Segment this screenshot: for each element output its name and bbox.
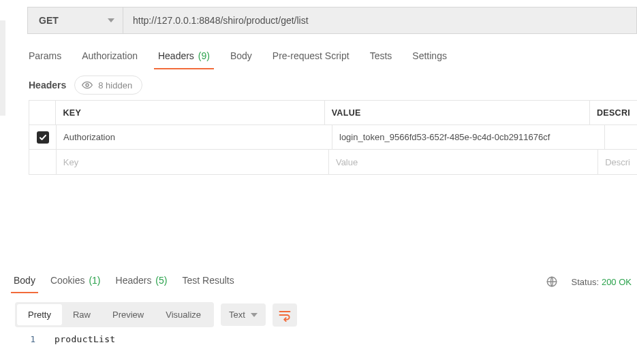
tab-headers-label: Headers — [158, 50, 194, 61]
content-type-select[interactable]: Text — [221, 303, 266, 326]
http-method-select[interactable]: GET — [28, 7, 123, 33]
table-header-row: KEY VALUE DESCRI — [29, 101, 637, 125]
status-label: Status: — [572, 277, 599, 287]
tab-params[interactable]: Params — [29, 46, 61, 69]
header-desc-cell[interactable] — [605, 125, 637, 149]
hidden-headers-toggle[interactable]: 8 hidden — [74, 76, 142, 95]
new-value-input[interactable]: Value — [329, 150, 598, 174]
tab-prerequest[interactable]: Pre-request Script — [273, 46, 349, 69]
new-desc-input[interactable]: Descri — [598, 150, 637, 174]
http-method-label: GET — [39, 15, 59, 26]
tab-settings[interactable]: Settings — [412, 46, 447, 69]
table-row: Authorization login_token_9566fd53-652f-… — [29, 125, 637, 150]
col-value: VALUE — [325, 101, 590, 125]
request-panel: GET http://127.0.0.1:8848/shiro/product/… — [14, 7, 637, 175]
response-meta: Status: 200 OK — [546, 276, 637, 288]
chevron-down-icon — [251, 313, 258, 317]
resp-tab-cookies-count: (1) — [89, 275, 100, 286]
wrap-lines-button[interactable] — [273, 303, 297, 327]
header-value-cell[interactable]: login_token_9566fd53-652f-485e-9c4d-0cb2… — [332, 125, 605, 149]
tab-headers-count: (9) — [198, 50, 210, 61]
tab-headers[interactable]: Headers (9) — [158, 46, 210, 69]
response-line[interactable]: productList — [42, 334, 115, 344]
new-row-checkbox-cell — [29, 150, 57, 174]
tab-tests[interactable]: Tests — [370, 46, 392, 69]
view-preview[interactable]: Preview — [102, 304, 155, 325]
status-value: 200 OK — [602, 277, 632, 287]
eye-icon — [82, 80, 93, 90]
header-key-cell[interactable]: Authorization — [57, 125, 332, 149]
tab-body[interactable]: Body — [230, 46, 252, 69]
table-row-new: Key Value Descri — [29, 150, 637, 174]
resp-tab-cookies-label: Cookies — [50, 275, 85, 286]
col-checkbox — [29, 101, 56, 125]
view-visualize[interactable]: Visualize — [155, 304, 212, 325]
resp-tab-headers-label: Headers — [116, 275, 152, 286]
resp-tab-cookies[interactable]: Cookies (1) — [50, 271, 101, 293]
view-pretty[interactable]: Pretty — [17, 304, 62, 325]
view-raw[interactable]: Raw — [62, 304, 102, 325]
url-bar: GET http://127.0.0.1:8848/shiro/product/… — [27, 7, 637, 34]
header-key: Authorization — [63, 132, 115, 142]
response-tabs: Body Cookies (1) Headers (5) Test Result… — [14, 271, 637, 293]
new-key-input[interactable]: Key — [57, 150, 329, 174]
chevron-down-icon — [108, 18, 114, 22]
resp-tab-headers-count: (5) — [155, 275, 167, 286]
resp-tab-test-results[interactable]: Test Results — [182, 271, 234, 293]
col-key: KEY — [56, 101, 324, 125]
headers-toolbar: Headers 8 hidden — [29, 76, 637, 95]
row-checkbox-cell — [29, 125, 57, 149]
url-input[interactable]: http://127.0.0.1:8848/shiro/product/get/… — [123, 7, 636, 33]
resp-tab-body[interactable]: Body — [14, 271, 35, 293]
response-body: 1 productList — [15, 334, 637, 344]
hidden-headers-label: 8 hidden — [98, 80, 132, 90]
response-panel: Body Cookies (1) Headers (5) Test Result… — [14, 271, 637, 344]
row-checkbox[interactable] — [37, 131, 49, 144]
url-text: http://127.0.0.1:8848/shiro/product/get/… — [133, 15, 309, 26]
col-description: DESCRI — [590, 101, 637, 125]
view-mode-group: Pretty Raw Preview Visualize — [15, 302, 214, 327]
resp-tab-headers[interactable]: Headers (5) — [116, 271, 168, 293]
tab-authorization[interactable]: Authorization — [82, 46, 138, 69]
status-container: Status: 200 OK — [572, 276, 632, 287]
globe-icon[interactable] — [546, 276, 558, 288]
headers-table: KEY VALUE DESCRI Authorization login_tok… — [29, 100, 637, 175]
headers-title: Headers — [29, 80, 66, 90]
request-tabs: Params Authorization Headers (9) Body Pr… — [29, 46, 637, 69]
svg-point-0 — [86, 84, 89, 86]
left-gutter — [0, 20, 5, 116]
response-toolbar: Pretty Raw Preview Visualize Text — [15, 302, 637, 327]
header-value: login_token_9566fd53-652f-485e-9c4d-0cb2… — [339, 132, 550, 142]
line-number: 1 — [15, 334, 42, 344]
content-type-label: Text — [229, 310, 245, 320]
